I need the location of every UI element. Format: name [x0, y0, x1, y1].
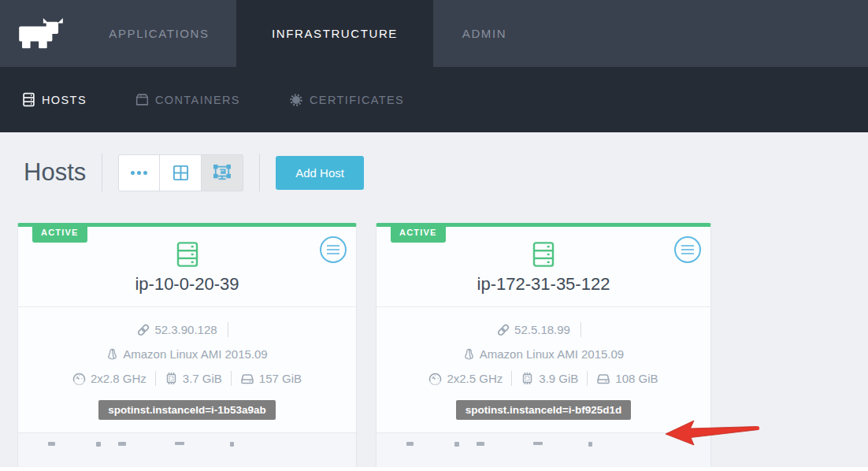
host-memory: 3.9 GiB: [539, 372, 578, 385]
host-details: 52.5.18.99 Amazon Linux AMI 2015.09: [377, 307, 710, 395]
linux-icon: [106, 348, 118, 361]
host-disk: 108 GiB: [615, 372, 658, 385]
host-name[interactable]: ip-10-0-20-39: [18, 274, 356, 295]
tab-applications[interactable]: APPLICATIONS: [82, 0, 236, 67]
host-cpu: 2x2.8 GHz: [91, 372, 147, 385]
status-badge: ACTIVE: [391, 223, 446, 243]
subnav-item-containers[interactable]: CONTAINERS: [135, 93, 240, 106]
host-name[interactable]: ip-172-31-35-122: [377, 274, 710, 295]
container-icon: [135, 93, 149, 106]
host-os: Amazon Linux AMI 2015.09: [480, 347, 624, 361]
host-menu-button[interactable]: [320, 236, 347, 263]
page-title: Hosts: [24, 158, 86, 187]
host-os: Amazon Linux AMI 2015.09: [123, 347, 267, 361]
ellipsis-icon: [131, 171, 147, 175]
collapsed-view-button[interactable]: [118, 154, 160, 191]
host-icon: [22, 92, 35, 107]
top-navigation: APPLICATIONS INFRASTRUCTURE ADMIN: [0, 0, 868, 67]
host-ip: 52.3.90.128: [154, 323, 217, 336]
machine-view-button[interactable]: [202, 154, 243, 191]
status-badge: ACTIVE: [32, 223, 87, 243]
annotation-arrow: [663, 417, 766, 447]
toolbar-divider: [102, 154, 102, 191]
linux-icon: [463, 348, 475, 361]
detail-separator: [587, 371, 588, 386]
link-icon: [137, 324, 150, 336]
ip-row: 52.3.90.128: [18, 317, 356, 342]
memory-icon: [165, 372, 178, 385]
viewport-bottom-strip: [0, 467, 868, 471]
view-toggle-group: [118, 154, 243, 191]
rancher-logo[interactable]: [0, 0, 82, 67]
host-ip: 52.5.18.99: [514, 323, 570, 336]
rancher-cow-icon: [18, 16, 64, 52]
subnav-item-label: HOSTS: [42, 94, 87, 106]
card-footer-clipped: [18, 432, 356, 467]
labels-row: spotinst.instanceId=i-1b53a9ab: [18, 395, 356, 432]
host-details: 52.3.90.128 Amazon Linux AMI 2015.09: [18, 307, 356, 395]
specs-row: 2x2.8 GHz 3.7 GiB 157 G: [18, 366, 356, 391]
host-label-tag: spotinst.instanceId=i-1b53a9ab: [98, 400, 276, 420]
server-icon: [175, 240, 200, 269]
infrastructure-subnav: HOSTS CONTAINERS CERTIFICATES: [0, 67, 868, 132]
ip-row: 52.5.18.99: [377, 317, 710, 342]
detail-separator: [228, 322, 228, 337]
clipped-text-fragments: [48, 442, 356, 447]
hosts-page: Hosts: [0, 132, 868, 467]
tab-admin[interactable]: ADMIN: [433, 0, 536, 67]
os-row: Amazon Linux AMI 2015.09: [18, 342, 356, 366]
subnav-item-label: CERTIFICATES: [310, 94, 404, 106]
memory-icon: [521, 372, 534, 385]
specs-row: 2x2.5 GHz 3.9 GiB 108 G: [377, 366, 710, 391]
certificate-icon: [289, 93, 303, 107]
host-menu-button[interactable]: [674, 236, 701, 263]
grid-view-button[interactable]: [160, 154, 202, 191]
cpu-gauge-icon: [428, 372, 442, 385]
link-icon: [497, 324, 510, 336]
os-row: Amazon Linux AMI 2015.09: [377, 342, 710, 366]
labels-row: spotinst.instanceId=i-bf925d1d: [377, 395, 710, 432]
host-label-tag: spotinst.instanceId=i-bf925d1d: [456, 400, 631, 420]
subnav-item-hosts[interactable]: HOSTS: [22, 92, 87, 107]
host-cpu: 2x2.5 GHz: [447, 372, 503, 385]
tab-infrastructure[interactable]: INFRASTRUCTURE: [236, 0, 433, 67]
subnav-item-certificates[interactable]: CERTIFICATES: [289, 93, 404, 107]
hosts-toolbar: Hosts: [0, 132, 868, 191]
detail-separator: [231, 371, 232, 386]
host-card-ip-10-0-20-39[interactable]: ACTIVE ip-10-0-20-39: [17, 223, 357, 467]
disk-icon: [240, 373, 254, 385]
cpu-gauge-icon: [72, 372, 86, 385]
host-memory: 3.7 GiB: [183, 372, 222, 385]
detail-separator: [511, 371, 512, 386]
subnav-item-label: CONTAINERS: [155, 94, 240, 106]
detail-separator: [155, 371, 156, 386]
host-disk: 157 GiB: [259, 372, 302, 385]
machine-view-icon: [213, 164, 232, 181]
add-host-button[interactable]: Add Host: [276, 156, 364, 190]
disk-icon: [596, 373, 610, 385]
card-footer-clipped: [377, 432, 710, 467]
host-card-ip-172-31-35-122[interactable]: ACTIVE ip-172-31-35-122: [376, 223, 711, 467]
detail-separator: [581, 322, 581, 337]
grid-icon: [172, 165, 189, 181]
server-icon: [531, 240, 556, 269]
toolbar-divider: [259, 154, 260, 191]
